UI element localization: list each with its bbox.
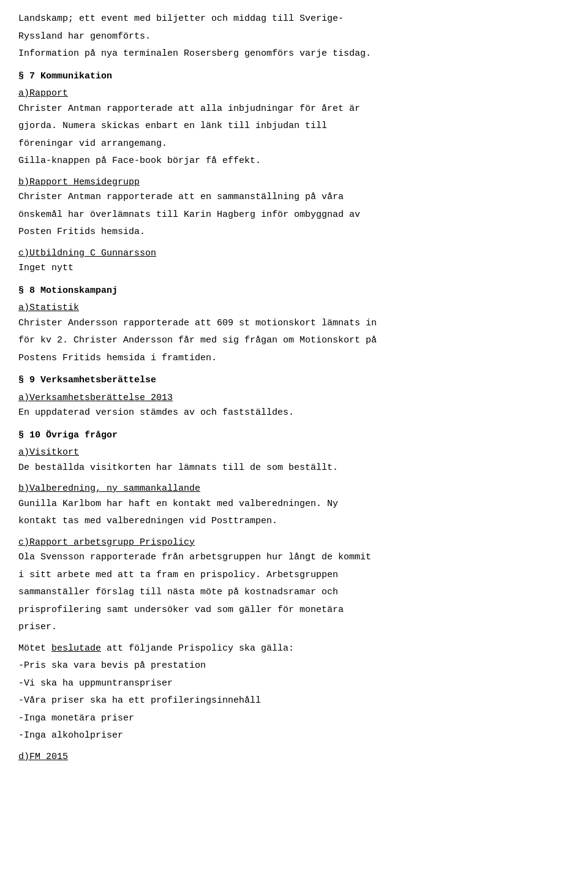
intro-line-1: Landskamp; ett event med biljetter och m… (18, 12, 570, 26)
section-7a-text4: Gilla-knappen på Face-book börjar få eff… (18, 154, 570, 168)
section-10b-text2: kontakt tas med valberedningen vid Postt… (18, 515, 570, 529)
section-9a-text1: En uppdaterad version stämdes av och fas… (18, 406, 570, 420)
beslut-item-2: -Vi ska ha uppmuntranspriser (18, 677, 570, 691)
section-10b-label: b)Valberedning, ny sammankallande (18, 482, 570, 496)
section-7b: b)Rapport Hemsidegrupp Christer Antman r… (18, 176, 570, 240)
section-8a-text2: för kv 2. Christer Andersson får med sig… (18, 334, 570, 348)
beslut-item-3: -Våra priser ska ha ett profileringsinne… (18, 694, 570, 708)
intro-line-3: Information på nya terminalen Rosersberg… (18, 47, 570, 61)
section-10d-label: d)FM 2015 (18, 750, 570, 765)
section-10c-label: c)Rapport arbetsgrupp Prispolicy (18, 536, 570, 550)
intro-line-2: Ryssland har genomförts. (18, 30, 570, 44)
section-7c: c)Utbildning C Gunnarsson Inget nytt (18, 247, 570, 276)
section-10c-text5: priser. (18, 621, 570, 635)
section-8a-text1: Christer Andersson rapporterade att 609 … (18, 317, 570, 331)
section-10c-text4: prisprofilering samt undersöker vad som … (18, 603, 570, 618)
section-7b-label: b)Rapport Hemsidegrupp (18, 176, 570, 190)
section-10b-text1: Gunilla Karlbom har haft en kontakt med … (18, 497, 570, 512)
section-10: § 10 Övriga frågor a)Visitkort De bestäl… (18, 429, 570, 765)
section-7: § 7 Kommunikation a)Rapport Christer Ant… (18, 70, 570, 276)
beslut-heading: Mötet beslutade att följande Prispolicy … (18, 642, 570, 656)
section-8a-text3: Postens Fritids hemsida i framtiden. (18, 352, 570, 366)
section-7c-text1: Inget nytt (18, 262, 570, 276)
section-10c-text1: Ola Svensson rapporterade från arbetsgru… (18, 551, 570, 565)
section-7-heading: § 7 Kommunikation (18, 70, 570, 84)
section-7a-label: a)Rapport (18, 87, 570, 101)
section-7a-text1: Christer Antman rapporterade att alla in… (18, 102, 570, 116)
section-7b-text1: Christer Antman rapporterade att en samm… (18, 191, 570, 205)
section-10a-text1: De beställda visitkorten har lämnats til… (18, 461, 570, 475)
document-content: Landskamp; ett event med biljetter och m… (18, 12, 570, 764)
section-7a-text3: föreningar vid arrangemang. (18, 137, 570, 151)
section-9a: a)Verksamhetsberättelse 2013 En uppdater… (18, 391, 570, 420)
section-10c-text2: i sitt arbete med att ta fram en prispol… (18, 569, 570, 583)
section-9a-label: a)Verksamhetsberättelse 2013 (18, 391, 570, 406)
section-10d: d)FM 2015 (18, 750, 570, 765)
beslut-item-5: -Inga alkoholpriser (18, 729, 570, 743)
beslut-item-4: -Inga monetära priser (18, 712, 570, 726)
section-8a-label: a)Statistik (18, 301, 570, 316)
beslut-block: Mötet beslutade att följande Prispolicy … (18, 642, 570, 743)
section-10c-text3: sammanställer förslag till nästa möte på… (18, 586, 570, 600)
section-10-heading: § 10 Övriga frågor (18, 429, 570, 443)
beslut-underline: beslutade (51, 643, 101, 654)
section-8a: a)Statistik Christer Andersson rapporter… (18, 301, 570, 365)
section-7b-text3: Posten Fritids hemsida. (18, 225, 570, 240)
section-9-heading: § 9 Verksamhetsberättelse (18, 374, 570, 388)
section-8: § 8 Motionskampanj a)Statistik Christer … (18, 284, 570, 366)
section-9: § 9 Verksamhetsberättelse a)Verksamhetsb… (18, 374, 570, 420)
section-10a-label: a)Visitkort (18, 446, 570, 460)
section-8-heading: § 8 Motionskampanj (18, 284, 570, 298)
section-7a-text2: gjorda. Numera skickas enbart en länk ti… (18, 119, 570, 134)
section-7b-text2: önskemål har överlämnats till Karin Hagb… (18, 208, 570, 222)
beslut-item-1: -Pris ska vara bevis på prestation (18, 659, 570, 673)
section-7a: a)Rapport Christer Antman rapporterade a… (18, 87, 570, 168)
section-7c-label: c)Utbildning C Gunnarsson (18, 247, 570, 261)
section-10c: c)Rapport arbetsgrupp Prispolicy Ola Sve… (18, 536, 570, 635)
section-10b: b)Valberedning, ny sammankallande Gunill… (18, 482, 570, 529)
section-10a: a)Visitkort De beställda visitkorten har… (18, 446, 570, 475)
